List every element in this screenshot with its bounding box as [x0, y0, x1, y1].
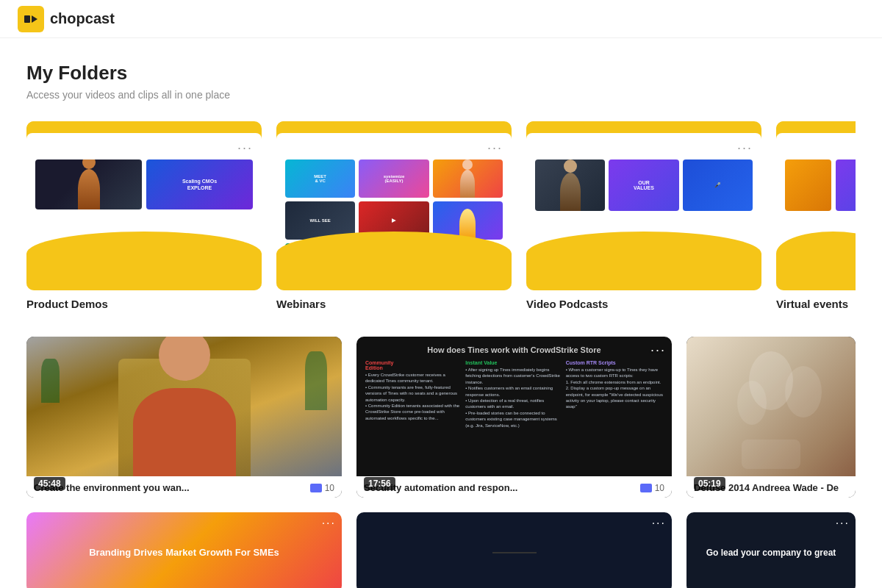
video-title-1: Create the environment you wan...: [34, 482, 310, 493]
thumb-vp-3: 🎤: [683, 159, 753, 211]
vid2-col3-header: Custom RTR Scripts: [566, 360, 663, 365]
video-card-5[interactable]: ···: [356, 512, 672, 588]
video-count-2: 10: [655, 483, 664, 493]
vid2-col1-header: CommunityEdition: [365, 360, 462, 370]
folder-card-virtual-events[interactable]: Virtual events: [776, 121, 856, 310]
video-duration-1: 45:48: [34, 477, 65, 490]
folder-menu-webinars[interactable]: ···: [487, 140, 503, 156]
video-more-2[interactable]: ···: [650, 343, 666, 358]
video-card-6[interactable]: ··· Go lead your company to great: [686, 512, 856, 588]
folder-label-webinars: Webinars: [276, 298, 512, 310]
video-title-2: Security automation and respon...: [364, 482, 640, 493]
folder-menu-video-podcasts[interactable]: ···: [737, 140, 753, 156]
video-title-6-thumb: Go lead your company to great: [706, 548, 836, 558]
folder-label-product-demos: Product Demos: [26, 298, 262, 310]
video-more-5[interactable]: ···: [652, 517, 666, 530]
folder-label-virtual-events: Virtual events: [776, 298, 856, 310]
folder-tab-product-demos: ··· Scaling CMOsEXPLORE: [26, 121, 262, 290]
vid2-cols: CommunityEdition • Every CrowdStrike cus…: [365, 360, 663, 467]
video-info-2: Security automation and respon... 10: [356, 476, 672, 498]
folder-thumbs-product-demos: Scaling CMOsEXPLORE: [35, 159, 253, 209]
video-meta-2: 10: [640, 483, 664, 493]
header: chopcast: [0, 0, 882, 38]
videos-row-2: ··· Branding Drives Market Growth For SM…: [26, 512, 856, 588]
thumb-w-3: [433, 159, 503, 198]
clip-icon-1: [310, 484, 322, 492]
vid2-col-community: CommunityEdition • Every CrowdStrike cus…: [365, 360, 462, 467]
thumb-ve-2: [836, 159, 856, 211]
folder-thumbs-video-podcasts: OURVALUES 🎤: [535, 159, 753, 211]
video-info-1: Create the environment you wan... 10: [26, 476, 342, 498]
folder-wave-wb: [276, 232, 512, 290]
folder-card-webinars[interactable]: ··· MEET& VC systemize(EASILY): [276, 121, 512, 310]
main-content: My Folders Access your videos and clips …: [0, 38, 882, 588]
page-subtitle: Access your videos and clips all in one …: [26, 89, 856, 101]
thumb-w-1: MEET& VC: [285, 159, 355, 198]
video-thumb-2: How does Tines work with CrowdStrike Sto…: [356, 337, 672, 476]
video-card-4[interactable]: ··· Branding Drives Market Growth For SM…: [26, 512, 342, 588]
vid2-col2-header: Instant Value: [465, 360, 562, 365]
video-more-6[interactable]: ···: [836, 517, 850, 530]
video-thumb-4: Branding Drives Market Growth For SMEs: [26, 512, 342, 588]
video-thumb-3: [686, 337, 856, 476]
logo-icon: [18, 6, 44, 32]
video-meta-1: 10: [310, 483, 334, 493]
video-more-4[interactable]: ···: [322, 517, 336, 530]
folder-thumbs-virtual-events: [785, 159, 856, 211]
folder-card-product-demos[interactable]: ··· Scaling CMOsEXPLORE Product Demo: [26, 121, 262, 310]
video-card-2[interactable]: ··· How does Tines work with CrowdStrike…: [356, 337, 672, 498]
video-thumb-5: [356, 512, 672, 588]
thumb-ve-1: [785, 159, 831, 211]
videos-row-1: ··· 45:48 Create the environment you wan…: [26, 337, 856, 498]
vid2-col2-bullets: • After signing up Tines immediately beg…: [465, 367, 562, 429]
folder-wave-pd: [26, 232, 262, 290]
folders-row: ··· Scaling CMOsEXPLORE Product Demo: [26, 121, 856, 310]
video-thumb-6: Go lead your company to great: [686, 512, 856, 588]
svg-marker-1: [32, 15, 37, 23]
logo[interactable]: chopcast: [18, 6, 115, 32]
thumb-vp-2: OURVALUES: [609, 159, 678, 211]
vid2-col1-bullets: • Every CrowdStrike customer receives a …: [365, 372, 462, 421]
folder-menu-product-demos[interactable]: ···: [237, 140, 253, 156]
vid2-col3-bullets: • When a customer signs-up to Tines they…: [566, 367, 663, 410]
folder-card-video-podcasts[interactable]: ··· OURVALUES 🎤: [526, 121, 761, 310]
folder-tab-webinars: ··· MEET& VC systemize(EASILY): [276, 121, 512, 290]
thumb-vp-1: [535, 159, 605, 211]
vid2-header: How does Tines work with CrowdStrike Sto…: [365, 345, 663, 354]
thumb-pd-2: Scaling CMOsEXPLORE: [146, 159, 253, 209]
page-title: My Folders: [26, 62, 856, 85]
video-count-1: 10: [325, 483, 334, 493]
thumb-w-2: systemize(EASILY): [359, 159, 429, 198]
vid2-col-custom: Custom RTR Scripts • When a customer sig…: [566, 360, 663, 467]
svg-rect-0: [24, 15, 30, 23]
thumb-pd-1: [35, 159, 142, 209]
video-thumb-1: [26, 337, 342, 476]
folder-tab-video-podcasts: ··· OURVALUES 🎤: [526, 121, 761, 290]
folder-wave-vp: [526, 232, 761, 290]
video-duration-2: 17:56: [364, 477, 395, 490]
video-card-3[interactable]: ··· 05:19 Defuse 2014 Andreea Wade - De: [686, 337, 856, 498]
video-duration-3: 05:19: [694, 477, 725, 490]
video-card-1[interactable]: ··· 45:48 Create the environment you wan…: [26, 337, 342, 498]
folder-label-video-podcasts: Video Podcasts: [526, 298, 761, 310]
clip-icon-2: [640, 484, 652, 492]
vid2-col-instant: Instant Value • After signing up Tines i…: [465, 360, 562, 467]
folder-tab-virtual-events: [776, 121, 856, 290]
video-title-4-thumb: Branding Drives Market Growth For SMEs: [89, 546, 279, 559]
logo-text: chopcast: [50, 10, 115, 27]
folder-wave-ve: [776, 232, 856, 290]
